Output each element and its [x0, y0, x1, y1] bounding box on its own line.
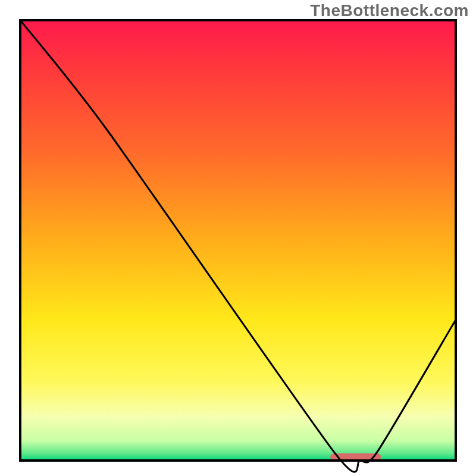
chart-frame: TheBottleneck.com: [0, 0, 476, 476]
plot-background: [20, 20, 456, 461]
watermark-label: TheBottleneck.com: [310, 1, 469, 20]
bottleneck-chart: [0, 0, 476, 476]
